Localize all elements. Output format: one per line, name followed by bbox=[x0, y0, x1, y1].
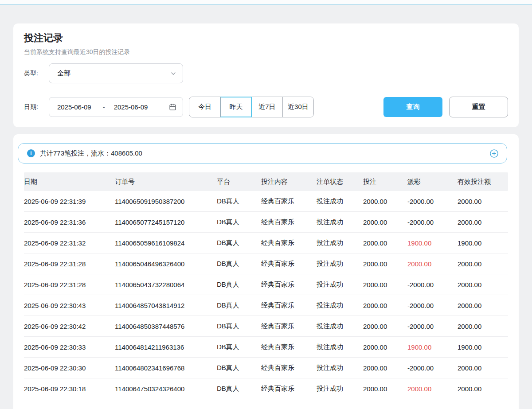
cell-platform: DB真人 bbox=[217, 260, 261, 268]
quick-range-button[interactable]: 近7日 bbox=[251, 97, 282, 117]
quick-range-button[interactable]: 昨天 bbox=[220, 97, 251, 117]
cell-order: 1140064857043814912 bbox=[115, 302, 217, 309]
cell-status: 投注成功 bbox=[317, 260, 363, 268]
date-separator: - bbox=[103, 103, 105, 111]
cell-date: 2025-06-09 22:30:33 bbox=[24, 343, 115, 351]
results-card: i 共计773笔投注，流水：408605.00 日期订单号平台投注内容注单状态投… bbox=[13, 134, 519, 409]
cell-content: 经典百家乐 bbox=[261, 197, 317, 206]
column-header: 平台 bbox=[217, 178, 261, 186]
cell-platform: DB真人 bbox=[217, 343, 261, 351]
cell-payout: -2000.00 bbox=[407, 198, 458, 205]
top-accent-strip bbox=[0, 0, 532, 5]
quick-range-button[interactable]: 近30日 bbox=[282, 97, 313, 117]
cell-date: 2025-06-09 22:31:32 bbox=[24, 239, 115, 247]
cell-valid: 2000.00 bbox=[458, 323, 508, 330]
summary-bar: i 共计773笔投注，流水：408605.00 bbox=[18, 143, 507, 164]
cell-valid: 2000.00 bbox=[458, 260, 508, 268]
cell-date: 2025-06-09 22:30:43 bbox=[24, 302, 115, 309]
table-row: 2025-06-09 22:31:361140065077245157120DB… bbox=[24, 212, 508, 233]
cell-content: 经典百家乐 bbox=[261, 218, 317, 226]
cell-content: 经典百家乐 bbox=[261, 385, 317, 393]
table-row: 2025-06-09 22:31:281140065046496326400DB… bbox=[24, 253, 508, 274]
cell-order: 1140064814211963136 bbox=[115, 343, 217, 351]
cell-order: 1140065077245157120 bbox=[115, 218, 217, 226]
cell-payout: 1900.00 bbox=[407, 343, 458, 351]
cell-status: 投注成功 bbox=[317, 322, 363, 331]
cell-content: 经典百家乐 bbox=[261, 343, 317, 351]
cell-payout: 2000.00 bbox=[407, 260, 458, 268]
cell-bet: 2000.00 bbox=[363, 198, 407, 205]
type-filter-row: 类型: 全部 bbox=[24, 63, 508, 83]
table-header-row: 日期订单号平台投注内容注单状态投注派彩有效投注额 bbox=[24, 172, 508, 191]
cell-payout: 2000.00 bbox=[407, 385, 458, 393]
cell-platform: DB真人 bbox=[217, 301, 261, 310]
cell-bet: 2000.00 bbox=[363, 343, 407, 351]
cell-content: 经典百家乐 bbox=[261, 322, 317, 331]
cell-date: 2025-06-09 22:30:42 bbox=[24, 323, 115, 330]
cell-valid: 2000.00 bbox=[458, 302, 508, 309]
cell-status: 投注成功 bbox=[317, 218, 363, 226]
cell-platform: DB真人 bbox=[217, 197, 261, 206]
cell-bet: 2000.00 bbox=[363, 364, 407, 372]
column-header: 投注内容 bbox=[261, 178, 317, 186]
column-header: 订单号 bbox=[115, 178, 217, 186]
cell-platform: DB真人 bbox=[217, 364, 261, 372]
cell-bet: 2000.00 bbox=[363, 239, 407, 247]
reset-button[interactable]: 重置 bbox=[449, 97, 508, 117]
column-header: 投注 bbox=[363, 178, 407, 186]
cell-status: 投注成功 bbox=[317, 301, 363, 310]
column-header: 注单状态 bbox=[317, 178, 363, 186]
cell-date: 2025-06-09 22:31:39 bbox=[24, 198, 115, 205]
column-header: 有效投注额 bbox=[458, 178, 508, 186]
date-range-input[interactable]: 2025-06-09 - 2025-06-09 bbox=[49, 97, 183, 117]
info-icon: i bbox=[27, 149, 35, 157]
cell-payout: -2000.00 bbox=[407, 302, 458, 309]
table-row: 2025-06-09 22:30:301140064802341696768DB… bbox=[24, 358, 508, 378]
cell-valid: 2000.00 bbox=[458, 385, 508, 393]
column-header: 派彩 bbox=[407, 178, 458, 186]
cell-bet: 2000.00 bbox=[363, 260, 407, 268]
table-row: 2025-06-09 22:30:331140064814211963136DB… bbox=[24, 337, 508, 358]
cell-order: 1140065091950387200 bbox=[115, 198, 217, 205]
table-row: 2025-06-09 22:31:281140065043732280064DB… bbox=[24, 274, 508, 295]
cell-status: 投注成功 bbox=[317, 239, 363, 247]
cell-bet: 2000.00 bbox=[363, 385, 407, 393]
cell-bet: 2000.00 bbox=[363, 302, 407, 309]
table-row: 2025-06-09 22:30:421140064850387448576DB… bbox=[24, 316, 508, 337]
plus-circle-icon[interactable] bbox=[489, 149, 499, 158]
date-start-value: 2025-06-09 bbox=[57, 103, 91, 111]
cell-bet: 2000.00 bbox=[363, 281, 407, 288]
type-select[interactable]: 全部 bbox=[49, 63, 183, 83]
calendar-icon[interactable] bbox=[169, 103, 176, 111]
cell-status: 投注成功 bbox=[317, 280, 363, 289]
cell-payout: -2000.00 bbox=[407, 281, 458, 288]
cell-order: 1140064750324326400 bbox=[115, 385, 217, 393]
cell-payout: -2000.00 bbox=[407, 323, 458, 330]
cell-valid: 2000.00 bbox=[458, 281, 508, 288]
cell-payout: -2000.00 bbox=[407, 364, 458, 372]
cell-date: 2025-06-09 22:31:28 bbox=[24, 281, 115, 288]
cell-content: 经典百家乐 bbox=[261, 239, 317, 247]
cell-order: 1140064802341696768 bbox=[115, 364, 217, 372]
date-filter-row: 日期: 2025-06-09 - 2025-06-09 今日昨天近7日近30日 … bbox=[24, 97, 508, 117]
cell-content: 经典百家乐 bbox=[261, 260, 317, 268]
cell-platform: DB真人 bbox=[217, 385, 261, 393]
quick-range-group: 今日昨天近7日近30日 bbox=[189, 97, 314, 117]
table-row: 2025-06-09 22:31:321140065059616109824DB… bbox=[24, 233, 508, 253]
cell-order: 1140065043732280064 bbox=[115, 281, 217, 288]
type-label: 类型: bbox=[24, 70, 38, 78]
summary-text: 共计773笔投注，流水：408605.00 bbox=[40, 149, 142, 158]
page-subtitle: 当前系统支持查询最近30日的投注记录 bbox=[24, 48, 508, 56]
cell-platform: DB真人 bbox=[217, 322, 261, 331]
cell-date: 2025-06-09 22:30:30 bbox=[24, 364, 115, 372]
type-select-value: 全部 bbox=[57, 69, 70, 78]
table-row: 2025-06-09 22:30:181140064750324326400DB… bbox=[24, 378, 508, 399]
cell-valid: 2000.00 bbox=[458, 198, 508, 205]
date-end-value: 2025-06-09 bbox=[114, 103, 148, 111]
quick-range-button[interactable]: 今日 bbox=[189, 97, 220, 117]
query-button[interactable]: 查询 bbox=[383, 97, 442, 117]
cell-valid: 1900.00 bbox=[458, 343, 508, 351]
table-body: 2025-06-09 22:31:391140065091950387200DB… bbox=[24, 191, 508, 399]
cell-order: 1140065059616109824 bbox=[115, 239, 217, 247]
page-title: 投注记录 bbox=[24, 32, 508, 44]
